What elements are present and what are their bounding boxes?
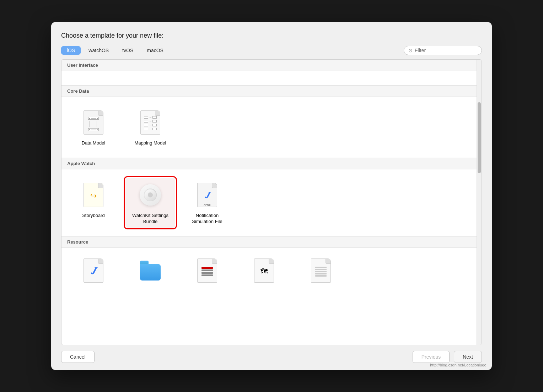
bottom-bar: Cancel Previous Next <box>61 345 482 363</box>
template-resource-1[interactable]: 𝑱 <box>69 254 118 291</box>
template-resource-map[interactable]: 🗺 <box>239 254 289 291</box>
tab-watchos[interactable]: watchOS <box>83 46 114 55</box>
resource-data-icon <box>193 256 221 285</box>
resource-1-icon: 𝑱 <box>79 256 108 285</box>
storyboard-icon: ↪ <box>79 181 108 209</box>
resource-folder-icon <box>136 256 165 285</box>
template-storyboard[interactable]: ↪ Storyboard <box>69 178 118 228</box>
notification-simulation-icon: 𝑱 APNS <box>193 181 221 209</box>
scrollbar-thumb[interactable] <box>478 102 481 173</box>
mapping-model-icon: → → <box>136 108 165 137</box>
content-area: User Interface Core Data <box>61 59 482 345</box>
section-core-data: Core Data <box>61 85 477 97</box>
watchkit-settings-bundle-label: WatchKit Settings Bundle <box>128 213 172 225</box>
template-data-model[interactable]: Data Model <box>69 105 118 149</box>
cancel-button[interactable]: Cancel <box>61 351 95 363</box>
resource-grid: 𝑱 <box>61 248 477 297</box>
data-model-icon <box>79 108 108 137</box>
filter-icon: ⊙ <box>408 48 413 53</box>
template-resource-folder[interactable] <box>125 254 175 291</box>
watermark: http://blog.csdn.net/Locationluqc <box>430 363 486 367</box>
apple-watch-grid: ↪ Storyboard <box>61 169 477 236</box>
storyboard-label: Storyboard <box>82 213 105 219</box>
next-button[interactable]: Next <box>454 351 482 363</box>
template-watchkit-settings-bundle[interactable]: WatchKit Settings Bundle <box>125 178 175 228</box>
resource-map-icon: 🗺 <box>250 256 278 285</box>
template-dialog: Choose a template for your new file: iOS… <box>51 22 492 370</box>
tab-ios[interactable]: iOS <box>61 46 81 55</box>
template-resource-data[interactable] <box>182 254 232 291</box>
section-apple-watch: Apple Watch <box>61 158 477 169</box>
scrollbar[interactable] <box>477 60 482 345</box>
filter-input[interactable] <box>415 48 477 53</box>
core-data-grid: Data Model → <box>61 97 477 158</box>
watchkit-settings-bundle-icon <box>136 181 165 209</box>
data-model-label: Data Model <box>82 140 105 146</box>
mapping-model-label: Mapping Model <box>135 140 166 146</box>
resource-list-icon <box>307 256 335 285</box>
tab-tvos[interactable]: tvOS <box>117 46 139 55</box>
tab-bar: iOS watchOS tvOS macOS ⊙ <box>61 46 482 59</box>
template-resource-list[interactable] <box>296 254 346 291</box>
template-notification-simulation-file[interactable]: 𝑱 APNS Notification Simulation File <box>182 178 232 228</box>
tab-bar-left: iOS watchOS tvOS macOS <box>61 46 404 55</box>
section-resource: Resource <box>61 236 477 248</box>
filter-box[interactable]: ⊙ <box>404 46 482 55</box>
section-user-interface: User Interface <box>61 60 477 71</box>
previous-button[interactable]: Previous <box>413 351 450 363</box>
user-interface-grid <box>61 71 477 85</box>
dialog-title: Choose a template for your new file: <box>61 32 482 39</box>
template-mapping-model[interactable]: → → <box>125 105 175 149</box>
scrollable-content[interactable]: User Interface Core Data <box>61 60 477 345</box>
tab-macos[interactable]: macOS <box>141 46 169 55</box>
notification-simulation-label: Notification Simulation File <box>185 213 229 225</box>
